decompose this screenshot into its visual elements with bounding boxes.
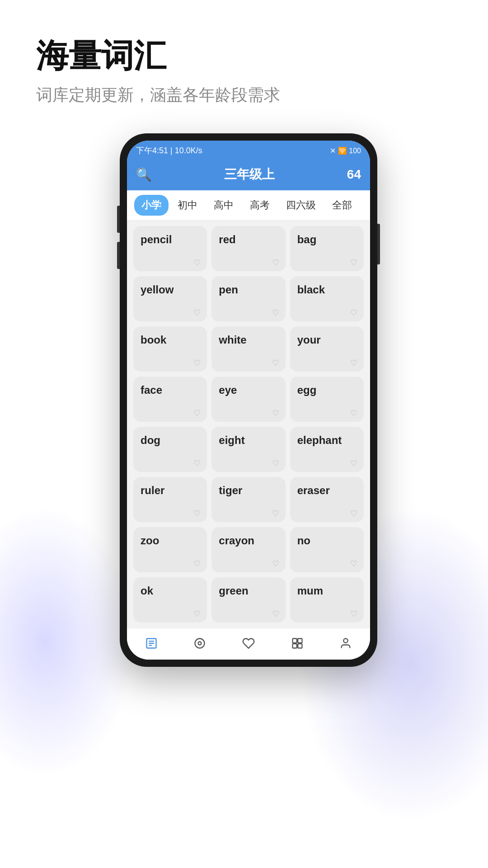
heart-icon[interactable]: ♡ [193, 359, 201, 367]
word-text: ok [141, 585, 153, 597]
word-text: egg [297, 384, 317, 396]
word-card[interactable]: eye♡ [211, 377, 285, 422]
heart-icon[interactable]: ♡ [350, 409, 357, 417]
heart-icon[interactable]: ♡ [350, 459, 357, 467]
heart-icon[interactable]: ♡ [350, 610, 357, 618]
word-card[interactable]: crayon♡ [211, 527, 285, 572]
nav-vocabulary[interactable] [145, 637, 158, 650]
heart-icon[interactable]: ♡ [193, 509, 201, 518]
tab-primary[interactable]: 小学 [134, 195, 169, 216]
word-card[interactable]: your♡ [290, 326, 364, 372]
search-icon[interactable]: 🔍 [136, 167, 152, 182]
page-subtitle: 词库定期更新，涵盖各年龄段需求 [36, 84, 461, 106]
word-text: eraser [297, 484, 330, 497]
bottom-nav [127, 628, 370, 660]
word-card[interactable]: yellow♡ [133, 276, 207, 321]
header-title: 三年级上 [224, 166, 275, 183]
heart-icon[interactable]: ♡ [272, 409, 279, 417]
word-text: eye [219, 384, 237, 396]
phone-frame: 下午4:51 | 10.0K/s ✕ 🛜 100 🔍 三年级上 64 小学 初中… [120, 133, 377, 667]
word-text: ruler [141, 484, 164, 497]
word-text: white [219, 334, 246, 346]
word-card[interactable]: eight♡ [211, 427, 285, 472]
phone-screen: 下午4:51 | 10.0K/s ✕ 🛜 100 🔍 三年级上 64 小学 初中… [127, 141, 370, 660]
word-card[interactable]: bag♡ [290, 226, 364, 271]
heart-icon[interactable]: ♡ [272, 509, 279, 518]
word-text: pen [219, 283, 238, 296]
word-card[interactable]: white♡ [211, 326, 285, 372]
heart-icon[interactable]: ♡ [193, 309, 201, 317]
word-card[interactable]: dog♡ [133, 427, 207, 472]
heart-icon[interactable]: ♡ [193, 259, 201, 267]
heart-icon[interactable]: ♡ [193, 409, 201, 417]
app-header: 🔍 三年级上 64 [127, 160, 370, 190]
heart-icon[interactable]: ♡ [193, 459, 201, 467]
word-card[interactable]: egg♡ [290, 377, 364, 422]
phone-mockup: 下午4:51 | 10.0K/s ✕ 🛜 100 🔍 三年级上 64 小学 初中… [36, 133, 461, 667]
word-card[interactable]: face♡ [133, 377, 207, 422]
tab-middle[interactable]: 初中 [170, 195, 205, 216]
heart-icon[interactable]: ♡ [193, 560, 201, 568]
nav-favorites[interactable] [242, 637, 255, 650]
word-text: zoo [141, 534, 159, 547]
heart-icon[interactable]: ♡ [272, 359, 279, 367]
tab-gaokao[interactable]: 高考 [243, 195, 277, 216]
tab-high[interactable]: 高中 [206, 195, 241, 216]
word-text: green [219, 585, 248, 597]
status-bar: 下午4:51 | 10.0K/s ✕ 🛜 100 [127, 141, 370, 160]
word-text: mum [297, 585, 323, 597]
word-text: crayon [219, 534, 254, 547]
word-card[interactable]: eraser♡ [290, 477, 364, 522]
nav-expand[interactable] [291, 637, 304, 650]
word-card[interactable]: red♡ [211, 226, 285, 271]
word-card[interactable]: no♡ [290, 527, 364, 572]
heart-icon[interactable]: ♡ [350, 359, 357, 367]
svg-point-10 [344, 638, 348, 642]
word-grid: pencil♡red♡bag♡yellow♡pen♡black♡book♡whi… [127, 221, 370, 628]
word-card[interactable]: mum♡ [290, 577, 364, 623]
word-text: eight [219, 434, 244, 447]
word-text: no [297, 534, 310, 547]
word-text: black [297, 283, 325, 296]
word-text: pencil [141, 233, 172, 246]
svg-rect-6 [292, 638, 296, 642]
word-card[interactable]: pen♡ [211, 276, 285, 321]
nav-listening[interactable] [193, 637, 206, 650]
word-card[interactable]: pencil♡ [133, 226, 207, 271]
heart-icon[interactable]: ♡ [272, 309, 279, 317]
word-text: bag [297, 233, 317, 246]
page-title: 海量词汇 [36, 36, 461, 75]
heart-icon[interactable]: ♡ [272, 459, 279, 467]
word-text: red [219, 233, 235, 246]
heart-icon[interactable]: ♡ [350, 509, 357, 518]
heart-icon[interactable]: ♡ [193, 610, 201, 618]
word-card[interactable]: green♡ [211, 577, 285, 623]
header-count: 64 [347, 167, 361, 182]
status-time: 下午4:51 | 10.0K/s [136, 145, 202, 156]
nav-profile[interactable] [339, 637, 352, 650]
word-card[interactable]: zoo♡ [133, 527, 207, 572]
status-icons: ✕ 🛜 100 [330, 146, 361, 155]
heart-icon[interactable]: ♡ [350, 309, 357, 317]
word-text: dog [141, 434, 160, 447]
word-card[interactable]: ok♡ [133, 577, 207, 623]
svg-rect-9 [298, 644, 302, 648]
word-card[interactable]: ruler♡ [133, 477, 207, 522]
svg-point-4 [195, 638, 205, 648]
tab-cet[interactable]: 四六级 [279, 195, 323, 216]
heart-icon[interactable]: ♡ [272, 610, 279, 618]
word-text: elephant [297, 434, 342, 447]
heart-icon[interactable]: ♡ [350, 259, 357, 267]
tab-all[interactable]: 全部 [325, 195, 359, 216]
word-card[interactable]: elephant♡ [290, 427, 364, 472]
heart-icon[interactable]: ♡ [272, 259, 279, 267]
svg-rect-7 [298, 638, 302, 642]
word-card[interactable]: tiger♡ [211, 477, 285, 522]
word-text: your [297, 334, 321, 346]
svg-point-5 [198, 642, 202, 645]
word-card[interactable]: book♡ [133, 326, 207, 372]
heart-icon[interactable]: ♡ [350, 560, 357, 568]
word-card[interactable]: black♡ [290, 276, 364, 321]
heart-icon[interactable]: ♡ [272, 560, 279, 568]
word-text: book [141, 334, 166, 346]
